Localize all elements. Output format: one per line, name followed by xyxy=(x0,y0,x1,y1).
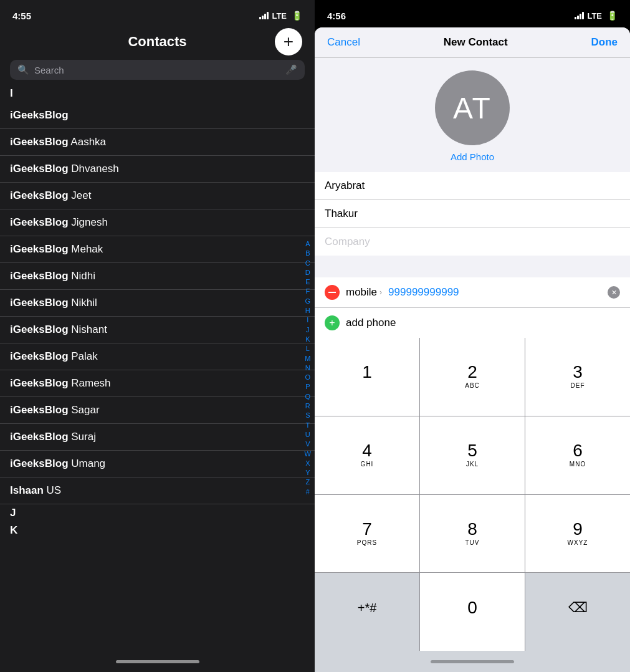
phone-label[interactable]: mobile › xyxy=(346,286,382,299)
avatar: AT xyxy=(435,70,510,145)
signal-bars-right xyxy=(575,12,584,19)
key-1[interactable]: 1 xyxy=(315,338,419,416)
key-0[interactable]: 0 xyxy=(420,573,525,651)
search-bar[interactable]: 🔍 Search 🎤 xyxy=(10,60,305,80)
home-indicator-left xyxy=(0,651,315,672)
contacts-panel: 4:55 LTE 🔋 Contacts + 🔍 Search 🎤 I iGee xyxy=(0,0,315,672)
contacts-header: Contacts + xyxy=(0,27,315,55)
minus-icon xyxy=(328,292,336,293)
section-header-i: I xyxy=(0,85,315,102)
list-item[interactable]: iGeeksBlog Jignesh xyxy=(0,209,315,236)
contacts-list[interactable]: I iGeeksBlog iGeeksBlog Aashka iGeeksBlo… xyxy=(0,85,315,539)
add-phone-row[interactable]: + add phone xyxy=(315,308,630,338)
remove-phone-button[interactable] xyxy=(325,285,340,300)
phone-section: mobile › ✕ + add phone xyxy=(315,277,630,338)
add-contact-button[interactable]: + xyxy=(275,28,302,55)
home-bar-right xyxy=(431,660,514,663)
key-2[interactable]: 2 ABC xyxy=(420,338,525,416)
key-6[interactable]: 6 MNO xyxy=(525,416,630,494)
status-bar-right: 4:56 LTE 🔋 xyxy=(315,0,630,27)
status-bar-left: 4:55 LTE 🔋 xyxy=(0,0,315,27)
list-item[interactable]: iGeeksBlog Umang xyxy=(0,451,315,478)
alphabet-index[interactable]: A B C D E F G H I J K L M N O P Q R S T … xyxy=(305,239,311,496)
close-icon: ✕ xyxy=(611,289,617,297)
add-phone-button[interactable]: + xyxy=(325,315,340,330)
list-item[interactable]: iGeeksBlog Dhvanesh xyxy=(0,156,315,183)
last-name-field[interactable] xyxy=(315,200,630,228)
phone-label-text: mobile xyxy=(346,286,377,299)
key-7[interactable]: 7 PQRS xyxy=(315,495,419,573)
mic-icon: 🎤 xyxy=(285,64,297,75)
phone-row: mobile › ✕ xyxy=(315,277,630,308)
list-item[interactable]: iGeeksBlog Ramesh xyxy=(0,370,315,397)
list-item[interactable]: iGeeksBlog Nishant xyxy=(0,317,315,343)
backspace-icon: ⌫ xyxy=(568,600,588,615)
phone-input[interactable] xyxy=(388,286,601,299)
home-bar-left xyxy=(116,660,199,663)
status-icons-right: LTE 🔋 xyxy=(575,11,618,21)
signal-bar-r1 xyxy=(575,17,576,19)
key-5[interactable]: 5 JKL xyxy=(420,416,525,494)
home-indicator-right xyxy=(315,651,630,672)
key-9[interactable]: 9 WXYZ xyxy=(525,495,630,573)
signal-bars-left xyxy=(259,12,269,19)
lte-label-left: LTE xyxy=(272,11,287,21)
list-item[interactable]: iGeeksBlog xyxy=(0,102,315,129)
list-item[interactable]: iGeeksBlog Aashka xyxy=(0,129,315,156)
add-phone-label: add phone xyxy=(346,317,396,329)
list-item[interactable]: iGeeksBlog Palak xyxy=(0,343,315,370)
time-left: 4:55 xyxy=(12,11,31,21)
add-photo-button[interactable]: Add Photo xyxy=(451,151,494,162)
time-right: 4:56 xyxy=(327,11,346,21)
company-field[interactable] xyxy=(315,228,630,256)
search-placeholder: Search xyxy=(34,65,280,75)
avatar-initials: AT xyxy=(453,91,492,125)
form-separator xyxy=(315,256,630,277)
list-item[interactable]: iGeeksBlog Mehak xyxy=(0,236,315,263)
status-icons-left: LTE 🔋 xyxy=(259,11,302,21)
lte-label-right: LTE xyxy=(587,11,602,21)
new-contact-title: New Contact xyxy=(444,36,508,49)
done-button[interactable]: Done xyxy=(591,36,618,49)
list-item[interactable]: iGeeksBlog Nikhil xyxy=(0,290,315,317)
signal-bar-r3 xyxy=(580,14,581,19)
key-3[interactable]: 3 DEF xyxy=(525,338,630,416)
first-name-field[interactable] xyxy=(315,172,630,200)
new-contact-panel: 4:56 LTE 🔋 Cancel New Contact Done AT Ad… xyxy=(315,0,630,672)
section-header-k: K xyxy=(0,522,315,539)
new-contact-nav: Cancel New Contact Done xyxy=(315,27,630,58)
signal-bar-3 xyxy=(264,14,266,19)
key-special[interactable]: +*# xyxy=(315,573,419,651)
list-item[interactable]: iGeeksBlog Nidhi xyxy=(0,263,315,290)
cancel-button[interactable]: Cancel xyxy=(327,36,360,49)
contacts-list-wrapper: I iGeeksBlog iGeeksBlog Aashka iGeeksBlo… xyxy=(0,85,315,651)
company-input[interactable] xyxy=(325,236,620,248)
plus-icon: + xyxy=(284,33,294,50)
key-8[interactable]: 8 TUV xyxy=(420,495,525,573)
list-item[interactable]: iGeeksBlog Suraj xyxy=(0,424,315,451)
avatar-section: AT Add Photo xyxy=(315,58,630,172)
last-name-input[interactable] xyxy=(325,208,620,220)
signal-bar-r2 xyxy=(577,16,579,19)
contact-form xyxy=(315,172,630,256)
plus-icon-green: + xyxy=(329,318,335,328)
phone-chevron-icon: › xyxy=(379,288,382,297)
list-item[interactable]: Ishaan US xyxy=(0,478,315,504)
section-header-j: J xyxy=(0,504,315,522)
signal-bar-2 xyxy=(262,16,264,19)
keypad: 1 2 ABC 3 DEF 4 GHI 5 JKL 6 MNO xyxy=(315,338,630,651)
key-4[interactable]: 4 GHI xyxy=(315,416,419,494)
phone-clear-button[interactable]: ✕ xyxy=(608,286,620,299)
signal-bar-4 xyxy=(267,12,269,19)
signal-bar-r4 xyxy=(582,12,584,19)
new-contact-sheet: Cancel New Contact Done AT Add Photo xyxy=(315,27,630,672)
signal-bar-1 xyxy=(259,17,261,19)
battery-icon-left: 🔋 xyxy=(292,11,302,21)
search-icon: 🔍 xyxy=(17,64,29,75)
first-name-input[interactable] xyxy=(325,180,620,192)
list-item[interactable]: iGeeksBlog Sagar xyxy=(0,397,315,424)
battery-icon-right: 🔋 xyxy=(607,11,618,21)
list-item[interactable]: iGeeksBlog Jeet xyxy=(0,183,315,209)
contacts-title: Contacts xyxy=(128,34,186,50)
key-backspace[interactable]: ⌫ xyxy=(525,573,630,651)
